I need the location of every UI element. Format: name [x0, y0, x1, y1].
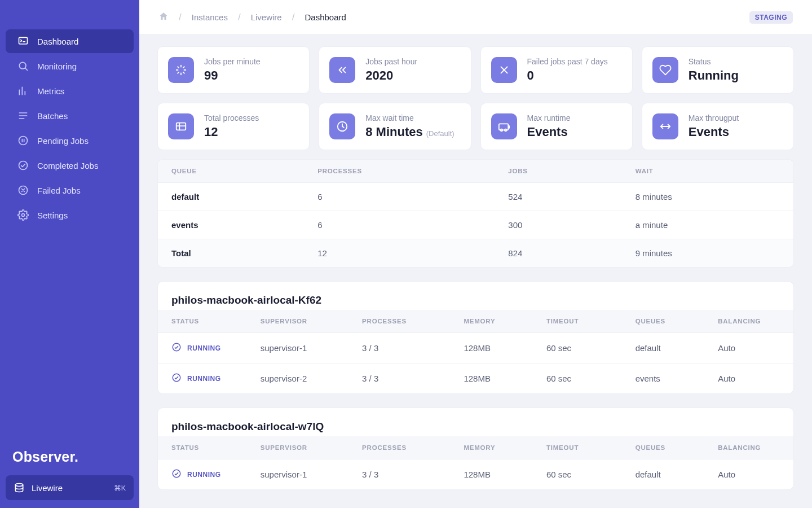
sidebar-item-pending-jobs[interactable]: Pending Jobs [6, 129, 134, 152]
layout-icon [168, 113, 194, 139]
supervisor-timeout: 60 sec [533, 333, 622, 364]
failed-jobs-icon [17, 184, 29, 196]
sup-header: QUEUES [622, 436, 705, 459]
col-wait: WAIT [622, 160, 793, 183]
supervisor-balancing: Auto [704, 459, 793, 490]
supervisor-balancing: Auto [704, 364, 793, 394]
check-circle-icon [171, 342, 182, 354]
sup-header: SUPERVISOR [247, 310, 348, 333]
sidebar-item-label: Pending Jobs [37, 136, 89, 146]
queue-name: default [158, 183, 304, 211]
svg-point-5 [22, 214, 25, 217]
stat-label: Failed jobs past 7 days [527, 57, 608, 66]
supervisor-queues: default [622, 333, 705, 364]
host-name: philos-macbook-airlocal-Kf62 [158, 282, 793, 310]
stat-card: Jobs past hour2020 [319, 46, 471, 94]
stat-value-aux: (Default) [426, 129, 454, 138]
stat-card: Jobs per minute99 [157, 46, 310, 94]
sidebar-nav: DashboardMonitoringMetricsBatchesPending… [0, 0, 139, 449]
sidebar-item-batches[interactable]: Batches [6, 104, 134, 128]
sidebar-item-label: Batches [37, 111, 68, 121]
supervisor-processes: 3 / 3 [348, 459, 450, 490]
supervisor-memory: 128MB [450, 459, 533, 490]
queue-row: default65248 minutes [158, 183, 793, 211]
x-icon [491, 57, 517, 83]
queue-total-jobs: 824 [495, 239, 621, 268]
sidebar-item-metrics[interactable]: Metrics [6, 79, 134, 103]
sup-header: BALANCING [704, 436, 793, 459]
queue-jobs: 524 [495, 183, 621, 211]
queue-total-processes: 12 [304, 239, 495, 268]
queue-row: events6300a minute [158, 211, 793, 239]
rewind-icon [329, 57, 355, 83]
svg-point-3 [19, 161, 28, 170]
sidebar-item-label: Metrics [37, 86, 64, 96]
stat-value: Events [689, 125, 739, 139]
breadcrumb-livewire[interactable]: Livewire [251, 12, 282, 22]
sup-header: STATUS [158, 436, 247, 459]
queue-name: events [158, 211, 304, 239]
col-processes: PROCESSES [304, 160, 495, 183]
supervisor-processes: 3 / 3 [348, 364, 450, 394]
stat-cards-row-1: Jobs per minute99Jobs past hour2020Faile… [157, 46, 794, 94]
workspace-switcher[interactable]: Livewire ⌘K [6, 475, 134, 500]
supervisor-timeout: 60 sec [533, 459, 622, 490]
stat-label: Jobs past hour [365, 57, 417, 66]
sidebar-item-label: Completed Jobs [37, 161, 98, 170]
sidebar-item-completed-jobs[interactable]: Completed Jobs [6, 154, 134, 177]
sup-header: TIMEOUT [533, 436, 622, 459]
sidebar-item-failed-jobs[interactable]: Failed Jobs [6, 178, 134, 202]
queue-summary-panel: QUEUE PROCESSES JOBS WAIT default65248 m… [157, 159, 794, 268]
sup-header: MEMORY [450, 436, 533, 459]
stat-label: Max wait time [365, 113, 454, 122]
metrics-icon [17, 85, 29, 97]
svg-point-6 [15, 484, 23, 487]
stat-value: 2020 [365, 68, 417, 83]
topbar: / Instances / Livewire / Dashboard STAGI… [139, 0, 812, 35]
breadcrumb-separator: / [292, 12, 295, 23]
breadcrumb-instances[interactable]: Instances [192, 12, 228, 22]
swap-icon [652, 113, 678, 139]
stat-label: Status [689, 57, 739, 66]
sidebar-item-monitoring[interactable]: Monitoring [6, 54, 134, 78]
stat-value: 0 [527, 68, 608, 83]
sup-header: MEMORY [450, 310, 533, 333]
pending-jobs-icon [17, 134, 29, 147]
svg-point-14 [173, 470, 180, 478]
sidebar-item-settings[interactable]: Settings [6, 203, 134, 227]
truck-icon [491, 113, 517, 139]
queue-wait: 8 minutes [622, 183, 793, 211]
supervisor-timeout: 60 sec [533, 364, 622, 394]
host-panel: philos-macbook-airlocal-w7lQSTATUSSUPERV… [157, 408, 794, 490]
sidebar: DashboardMonitoringMetricsBatchesPending… [0, 0, 139, 508]
queue-total-row: Total128249 minutes [158, 239, 793, 268]
stat-label: Max runtime [527, 113, 571, 122]
stat-value: 12 [204, 125, 259, 139]
sidebar-item-dashboard[interactable]: Dashboard [6, 29, 134, 53]
supervisor-name: supervisor-1 [247, 459, 348, 490]
breadcrumb-current: Dashboard [304, 12, 346, 22]
status-text: RUNNING [187, 471, 221, 479]
home-icon[interactable] [158, 11, 169, 23]
batches-icon [17, 110, 29, 122]
stat-card: Failed jobs past 7 days0 [480, 46, 633, 94]
sidebar-item-label: Failed Jobs [37, 186, 81, 195]
completed-jobs-icon [17, 159, 29, 172]
supervisor-queues: events [622, 364, 705, 394]
sup-header: BALANCING [704, 310, 793, 333]
queue-jobs: 300 [495, 211, 621, 239]
queue-wait: a minute [622, 211, 793, 239]
workspace-name: Livewire [32, 483, 107, 493]
queue-processes: 6 [304, 211, 495, 239]
stat-value: Events [527, 125, 571, 139]
check-circle-icon [171, 373, 182, 384]
svg-rect-0 [19, 37, 28, 44]
stat-label: Total processes [204, 113, 259, 122]
host-panel: philos-macbook-airlocal-Kf62STATUSSUPERV… [157, 281, 794, 394]
stat-card: StatusRunning [642, 46, 794, 94]
sidebar-item-label: Monitoring [37, 62, 77, 71]
environment-badge: STAGING [749, 11, 793, 24]
stat-cards-row-2: Total processes12Max wait time8 Minutes(… [157, 103, 794, 150]
stat-label: Jobs per minute [204, 57, 261, 66]
check-circle-icon [171, 468, 182, 480]
